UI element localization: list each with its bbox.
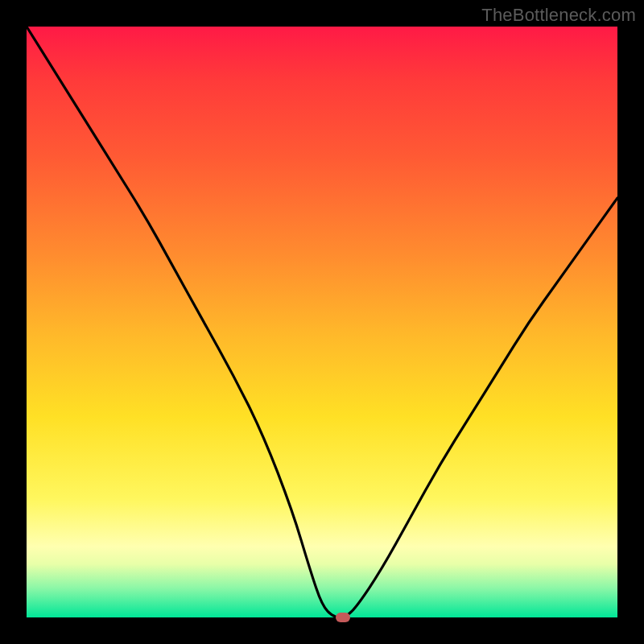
bottleneck-curve xyxy=(27,27,617,617)
min-marker xyxy=(336,613,350,622)
chart-frame: TheBottleneck.com xyxy=(0,0,644,644)
watermark-label: TheBottleneck.com xyxy=(481,5,636,26)
